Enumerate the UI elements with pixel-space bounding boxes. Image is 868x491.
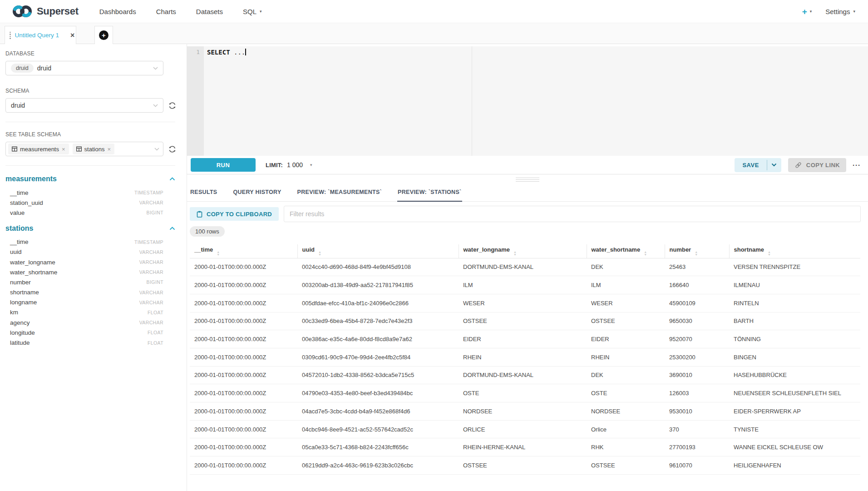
- table-row: 2000-01-01T00:00:00.000Z 005dfdae-efcc-4…: [190, 294, 860, 312]
- remove-table-icon[interactable]: ×: [107, 146, 111, 152]
- results-tabs: RESULTS QUERY HISTORY PREVIEW: `MEASUREM…: [187, 184, 868, 202]
- copy-link-button[interactable]: COPY LINK: [788, 158, 846, 172]
- superset-brand[interactable]: Superset: [12, 5, 79, 18]
- table-tag-stations[interactable]: stations ×: [73, 144, 114, 154]
- column-header-water-shortname[interactable]: water_shortname▲▼: [587, 244, 665, 258]
- chevron-down-icon: [153, 67, 158, 70]
- new-item-button[interactable]: + ▾: [802, 7, 812, 16]
- cell-time: 2000-01-01T00:00:00.000Z: [190, 366, 297, 384]
- sort-icon[interactable]: ▲▼: [513, 251, 517, 256]
- column-header-number[interactable]: number▲▼: [665, 244, 729, 258]
- drag-handle-icon[interactable]: [10, 32, 11, 39]
- settings-menu[interactable]: Settings ▾: [825, 8, 855, 15]
- column-type: VARCHAR: [139, 259, 163, 265]
- tab-results[interactable]: RESULTS: [190, 184, 218, 202]
- tab-preview-measurements[interactable]: PREVIEW: `MEASUREMENTS`: [297, 184, 383, 202]
- tab-preview-stations[interactable]: PREVIEW: `STATIONS`: [397, 184, 462, 202]
- see-table-schema-label: SEE TABLE SCHEMA: [5, 131, 187, 138]
- cell-water-longname: DORTMUND-EMS-KANAL: [459, 258, 587, 276]
- cell-water-longname: EIDER: [459, 330, 587, 348]
- sql-editor[interactable]: 1 SELECT ...: [187, 46, 868, 156]
- sort-icon[interactable]: ▲▼: [695, 251, 698, 256]
- run-button[interactable]: RUN: [191, 158, 256, 172]
- column-type: FLOAT: [148, 330, 163, 335]
- cell-uuid: 005dfdae-efcc-410a-bf1c-24096e0c2866: [297, 294, 459, 312]
- column-type: BIGINT: [147, 210, 163, 215]
- sort-icon[interactable]: ▲▼: [318, 251, 321, 256]
- cell-water-longname: ORLICE: [459, 420, 587, 438]
- table-row: 2000-01-01T00:00:00.000Z 04cbc946-8ee9-4…: [190, 420, 860, 438]
- cell-shortname: RINTELN: [729, 294, 860, 312]
- more-options-icon[interactable]: ···: [853, 161, 861, 169]
- nav-item-charts[interactable]: Charts: [156, 8, 176, 15]
- chevron-up-icon[interactable]: [169, 177, 175, 181]
- column-name: __time: [10, 238, 29, 245]
- cell-shortname: VERSEN TRENNSPITZE: [729, 258, 860, 276]
- cell-water-longname: OSTE: [459, 384, 587, 402]
- pane-resize-handle[interactable]: [516, 178, 539, 183]
- nav-item-datasets[interactable]: Datasets: [196, 8, 223, 15]
- cell-water-longname: ILM: [459, 276, 587, 294]
- limit-dropdown[interactable]: LIMIT: 1 000 ▾: [266, 161, 312, 169]
- schema-column-row: water_shortname VARCHAR: [5, 267, 175, 277]
- cell-water-longname: RHEIN-HERNE-KANAL: [459, 438, 587, 456]
- sort-icon[interactable]: ▲▼: [217, 251, 220, 256]
- table-row: 2000-01-01T00:00:00.000Z 003200ab-d138-4…: [190, 276, 860, 294]
- cell-shortname: WANNE EICKEL SCHLEUSE OW: [729, 438, 860, 456]
- close-tab-icon[interactable]: ×: [70, 32, 74, 39]
- sort-icon[interactable]: ▲▼: [644, 251, 647, 256]
- cell-water-shortname: RHEIN: [587, 348, 665, 366]
- table-row: 2000-01-01T00:00:00.000Z 04acd7e5-3cbc-4…: [190, 402, 860, 421]
- column-type: FLOAT: [148, 310, 163, 315]
- cell-time: 2000-01-01T00:00:00.000Z: [190, 420, 297, 438]
- editor-code[interactable]: SELECT ...: [204, 46, 246, 156]
- cell-shortname: NEUENSEER SCHLEUSENFLETH SIEL: [729, 384, 860, 402]
- column-name: km: [10, 309, 18, 316]
- collapse-stations-header[interactable]: stations: [5, 224, 175, 233]
- schema-select[interactable]: druid: [5, 98, 163, 113]
- save-button[interactable]: SAVE: [735, 158, 766, 172]
- add-query-tab-button[interactable]: +: [94, 26, 113, 44]
- tab-query-history[interactable]: QUERY HISTORY: [233, 184, 282, 202]
- database-label: DATABASE: [5, 50, 187, 57]
- column-type: BIGINT: [147, 279, 163, 285]
- refresh-tables-icon[interactable]: [168, 145, 177, 154]
- cell-number: 3690010: [665, 366, 729, 384]
- column-header-shortname[interactable]: shortname▲▼: [729, 244, 860, 258]
- cell-shortname: HASEHUBBRÜCKE: [729, 366, 860, 384]
- chevron-up-icon[interactable]: [169, 227, 175, 230]
- table-tag-measurements[interactable]: measurements ×: [8, 144, 69, 154]
- table-icon: [76, 146, 82, 152]
- cell-time: 2000-01-01T00:00:00.000Z: [190, 312, 297, 330]
- sort-icon[interactable]: ▲▼: [768, 251, 771, 256]
- refresh-schemas-icon[interactable]: [168, 101, 177, 110]
- schema-group-measurements: measurements __time TIMESTAMP station_uu…: [5, 175, 187, 218]
- save-options-button[interactable]: [767, 158, 781, 172]
- column-header-uuid[interactable]: uuid▲▼: [297, 244, 459, 258]
- top-navbar: Superset Dashboards Charts Datasets SQL …: [0, 0, 868, 23]
- nav-item-sql[interactable]: SQL ▾: [243, 8, 262, 15]
- cell-uuid: 0309cd61-90c9-470e-99d4-2ee4fb2c5f84: [297, 348, 459, 366]
- results-table: __time▲▼ uuid▲▼ water_longname▲▼ water_s…: [190, 244, 860, 475]
- cell-uuid: 04acd7e5-3cbc-4cdd-b4a9-f452e868f4d6: [297, 402, 459, 421]
- chevron-down-icon: ▾: [810, 9, 812, 14]
- table-schema-select[interactable]: measurements × stations ×: [5, 142, 163, 156]
- column-name: water_shortname: [10, 269, 57, 276]
- database-select[interactable]: druid druid: [5, 61, 163, 75]
- column-type: VARCHAR: [139, 290, 163, 295]
- column-header-time[interactable]: __time▲▼: [190, 244, 297, 258]
- sql-keyword: SELECT: [207, 49, 230, 56]
- schema-column-row: __time TIMESTAMP: [5, 188, 175, 198]
- cell-uuid: 003200ab-d138-49d9-aa52-217817941f85: [297, 276, 459, 294]
- column-header-water-longname[interactable]: water_longname▲▼: [459, 244, 587, 258]
- collapse-measurements-header[interactable]: measurements: [5, 175, 175, 183]
- copy-to-clipboard-button[interactable]: COPY TO CLIPBOARD: [190, 207, 279, 221]
- query-tab-active[interactable]: Untitled Query 1 ×: [5, 26, 76, 44]
- chevron-down-icon: ▾: [853, 9, 855, 14]
- remove-table-icon[interactable]: ×: [62, 146, 65, 152]
- cell-shortname: HEILIGENHAFEN: [729, 456, 860, 475]
- nav-item-dashboards[interactable]: Dashboards: [99, 8, 136, 15]
- schema-column-row: longitude FLOAT: [5, 327, 175, 337]
- cell-shortname: EIDER-SPERRWERK AP: [729, 402, 860, 421]
- filter-results-input[interactable]: [284, 206, 861, 222]
